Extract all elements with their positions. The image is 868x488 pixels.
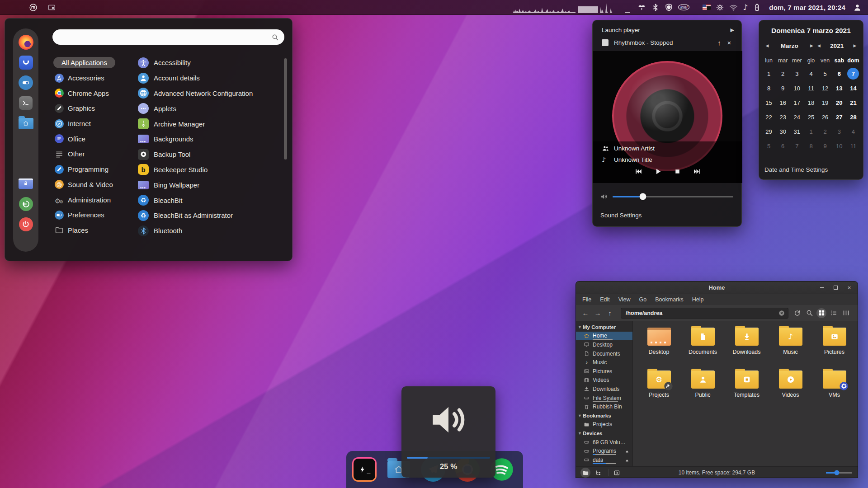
volume-slider-knob[interactable]	[639, 193, 646, 200]
calendar-day[interactable]: 24	[790, 110, 804, 124]
previous-button[interactable]	[635, 168, 642, 175]
search-button[interactable]	[804, 308, 814, 318]
minimize-button[interactable]	[819, 285, 825, 291]
sidebar-item-documents[interactable]: Documents	[576, 349, 632, 358]
category-all-applications[interactable]: All Applications	[50, 55, 136, 70]
session-lock-screen[interactable]	[18, 176, 33, 191]
zoom-slider[interactable]	[826, 472, 852, 474]
close-player-button[interactable]: ×	[724, 39, 734, 47]
launch-player-item[interactable]: Launch player ▶	[593, 25, 741, 35]
fm-menu-help[interactable]: Help	[692, 296, 704, 303]
app-bluetooth[interactable]: Bluetooth	[138, 223, 278, 239]
menu-scrollbar[interactable]	[284, 58, 287, 160]
sidebar-item-69-gb-volu-[interactable]: 69 GB Volu…	[576, 438, 632, 447]
fm-menu-go[interactable]: Go	[639, 296, 647, 303]
prev-month-button[interactable]: ◀	[764, 43, 771, 48]
raise-player-button[interactable]: ↑	[714, 39, 724, 47]
media-player-icon[interactable]: ♪	[743, 4, 748, 11]
close-button[interactable]: ×	[846, 285, 852, 291]
category-programming[interactable]: Programming	[50, 162, 136, 177]
app-account-details[interactable]: Account details	[138, 70, 278, 86]
calendar-day[interactable]: 12	[818, 81, 832, 95]
favorite-terminal[interactable]	[18, 95, 33, 111]
app-backgrounds[interactable]: Backgrounds	[138, 131, 278, 147]
app-accessibility[interactable]: Accessibility	[138, 55, 278, 70]
path-input[interactable]	[625, 310, 778, 317]
sidebar-section-bookmarks[interactable]: ▼Bookmarks	[576, 411, 632, 420]
forward-button[interactable]: →	[593, 308, 603, 318]
stop-button[interactable]	[674, 168, 681, 175]
sidebar-item-videos[interactable]: Videos	[576, 376, 632, 385]
sidebar-item-music[interactable]: ♪Music	[576, 358, 632, 367]
eject-icon[interactable]	[624, 448, 630, 454]
calendar-day[interactable]: 8	[804, 139, 818, 153]
keyboard-layout-icon[interactable]	[703, 5, 711, 10]
sidebar-item-downloads[interactable]: Downloads	[576, 385, 632, 394]
session-logout[interactable]	[18, 196, 33, 211]
app-bleachbit[interactable]: ♻BleachBit	[138, 192, 278, 208]
bluetooth-icon[interactable]	[651, 3, 660, 12]
calendar-day[interactable]: 2	[818, 124, 832, 139]
calendar-day[interactable]: 18	[804, 95, 818, 110]
category-graphics[interactable]: Graphics	[50, 101, 136, 116]
favorite-files[interactable]	[18, 116, 33, 131]
category-sound-video[interactable]: Sound & Video	[50, 177, 136, 192]
calendar-day[interactable]: 23	[776, 110, 790, 124]
up-button[interactable]: ↑	[605, 308, 615, 318]
session-shutdown[interactable]	[18, 216, 33, 232]
sidebar-item-desktop[interactable]: Desktop	[576, 340, 632, 349]
category-administration[interactable]: ⚙⚙Administration	[50, 192, 136, 207]
toggle-places-sidebar-button[interactable]	[580, 468, 590, 478]
calendar-day[interactable]: 17	[790, 95, 804, 110]
calendar-day[interactable]: 21	[846, 95, 860, 110]
calendar-day[interactable]: 6	[832, 66, 846, 81]
calendar-day[interactable]: 11	[804, 81, 818, 95]
menu-search-input[interactable]	[58, 33, 271, 41]
prev-year-button[interactable]: ◀	[816, 43, 823, 48]
sidebar-item-rubbish-bin[interactable]: Rubbish Bin	[576, 402, 632, 411]
fm-menu-edit[interactable]: Edit	[600, 296, 610, 303]
calendar-day[interactable]: 1	[762, 66, 776, 81]
hide-sidebar-button[interactable]	[612, 468, 622, 478]
category-accessories[interactable]: Accessories	[50, 70, 136, 86]
category-preferences[interactable]: Preferences	[50, 207, 136, 223]
folder-desktop[interactable]: Desktop	[637, 324, 681, 366]
calendar-day[interactable]: 5	[762, 139, 776, 153]
category-other[interactable]: Other	[50, 146, 136, 162]
sidebar-item-programs[interactable]: Programs	[576, 446, 632, 455]
app-bleachbit-as-administrator[interactable]: ♻BleachBit as Administrator	[138, 208, 278, 223]
sidebar-item-data[interactable]: data	[576, 455, 632, 465]
folder-videos[interactable]: Videos	[769, 366, 812, 409]
dock-terminal[interactable]: _	[352, 457, 377, 482]
volume-slider[interactable]	[613, 196, 733, 197]
next-button[interactable]	[693, 168, 701, 175]
calendar-day[interactable]: 30	[776, 124, 790, 139]
next-month-button[interactable]: ▶	[808, 43, 816, 48]
calendar-day[interactable]: 2	[776, 66, 790, 81]
fm-menu-view[interactable]: View	[618, 296, 631, 303]
eject-icon[interactable]	[624, 457, 630, 463]
folder-vms[interactable]: VMs	[812, 366, 856, 409]
sidebar-item-pictures[interactable]: Pictures	[576, 367, 632, 376]
reload-button[interactable]	[792, 308, 802, 318]
app-archive-manager[interactable]: Archive Manager	[138, 116, 278, 131]
sidebar-section-devices[interactable]: ▼Devices	[576, 429, 632, 438]
category-places[interactable]: Places	[50, 223, 136, 238]
fm-titlebar[interactable]: Home ×	[576, 282, 858, 294]
folder-documents[interactable]: Documents	[681, 324, 725, 366]
calendar-day[interactable]: 13	[832, 81, 846, 95]
app-beekeeper-studio[interactable]: bBeekeeper Studio	[138, 162, 278, 178]
category-internet[interactable]: Internet	[50, 116, 136, 131]
calendar-day[interactable]: 29	[762, 124, 776, 139]
sidebar-item-file-system[interactable]: File System	[576, 394, 632, 403]
calendar-day[interactable]: 10	[790, 81, 804, 95]
next-year-button[interactable]: ▶	[851, 43, 859, 48]
brightness-icon[interactable]	[716, 3, 724, 12]
folder-public[interactable]: Public	[681, 366, 725, 409]
app-advanced-network-configuration[interactable]: Advanced Network Configuration	[138, 86, 278, 101]
app-backup-tool[interactable]: Backup Tool	[138, 147, 278, 162]
datetime-settings-link[interactable]: Date and Time Settings	[764, 166, 828, 173]
panel-clock[interactable]: dom, 7 mar 2021, 20:24	[769, 4, 845, 11]
calendar-day[interactable]: 6	[776, 139, 790, 153]
maximize-button[interactable]	[833, 285, 839, 291]
